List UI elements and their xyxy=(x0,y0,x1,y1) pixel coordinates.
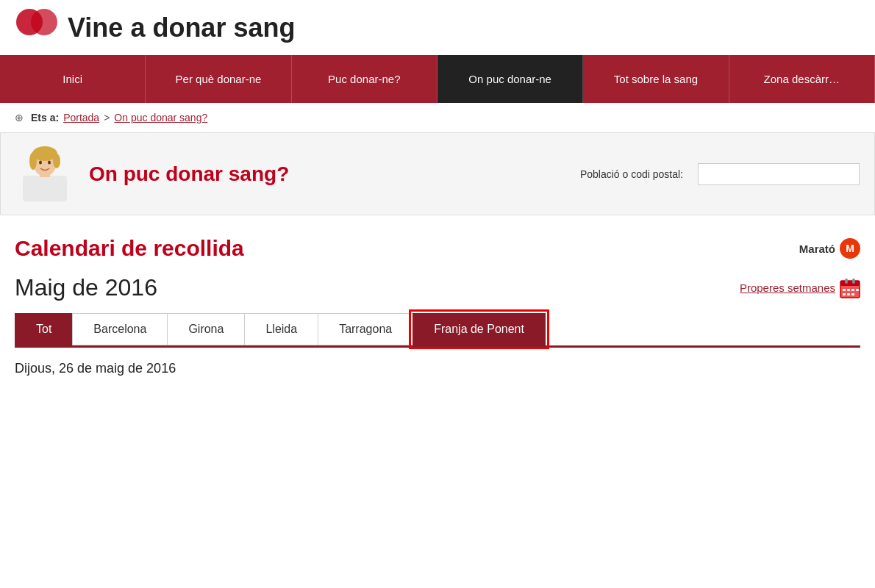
logo-circles xyxy=(15,7,59,48)
breadcrumb: ⊕ Ets a: Portada > On puc donar sang? xyxy=(0,103,875,132)
svg-rect-16 xyxy=(851,289,854,291)
nav-item-zona[interactable]: Zona descàrr… xyxy=(729,55,875,103)
filter-tab-lleida[interactable]: Lleida xyxy=(244,313,318,345)
svg-point-6 xyxy=(29,152,37,170)
nav-item-perque[interactable]: Per què donar-ne xyxy=(146,55,291,103)
nav-item-pucdonarne[interactable]: Puc donar-ne? xyxy=(292,55,438,103)
svg-rect-12 xyxy=(845,279,848,284)
site-title: Vine a donar sang xyxy=(68,12,295,43)
svg-point-9 xyxy=(48,161,51,165)
filter-tab-franja[interactable]: Franja de Ponent xyxy=(413,313,546,345)
marato-circle: M xyxy=(840,238,860,259)
month-header: Maig de 2016 Properes setmanes xyxy=(0,268,875,313)
svg-rect-13 xyxy=(852,279,855,284)
svg-rect-19 xyxy=(847,293,850,295)
breadcrumb-portada[interactable]: Portada xyxy=(63,112,99,123)
svg-rect-11 xyxy=(840,281,860,286)
search-banner: On puc donar sang? Població o codi posta… xyxy=(0,132,875,215)
svg-rect-20 xyxy=(851,293,854,295)
main-nav: Inici Per què donar-ne Puc donar-ne? On … xyxy=(0,55,875,103)
nav-item-totsobre[interactable]: Tot sobre la sang xyxy=(583,55,729,103)
banner-title: On puc donar sang? xyxy=(89,162,565,186)
location-search-input[interactable] xyxy=(698,163,860,185)
svg-rect-17 xyxy=(856,289,859,291)
svg-rect-2 xyxy=(23,176,67,201)
month-title: Maig de 2016 xyxy=(15,274,157,301)
marato-label: Marató xyxy=(799,243,835,255)
marato-badge: Marató M xyxy=(799,238,860,259)
nav-item-inici[interactable]: Inici xyxy=(0,55,146,103)
calendar-icon xyxy=(840,278,860,298)
filter-tabs: Tot Barcelona Girona Lleida Tarragona Fr… xyxy=(0,313,875,345)
date-result: Dijous, 26 de maig de 2016 xyxy=(0,348,875,384)
logo-area: Vine a donar sang xyxy=(15,7,295,48)
svg-point-1 xyxy=(31,9,57,35)
filter-tab-girona[interactable]: Girona xyxy=(167,313,244,345)
filter-tab-tarragona[interactable]: Tarragona xyxy=(318,313,413,345)
properes-setmanes-link[interactable]: Properes setmanes xyxy=(740,278,860,298)
filter-tab-tot[interactable]: Tot xyxy=(15,313,72,345)
svg-rect-15 xyxy=(847,289,850,291)
banner-person-image xyxy=(15,146,74,201)
calendari-title: Calendari de recollida xyxy=(15,236,244,261)
breadcrumb-sep1: > xyxy=(104,112,110,123)
site-header: Vine a donar sang xyxy=(0,0,875,55)
input-label: Població o codi postal: xyxy=(580,168,683,180)
filter-tab-barcelona[interactable]: Barcelona xyxy=(72,313,167,345)
svg-point-8 xyxy=(39,161,42,165)
svg-rect-14 xyxy=(843,289,846,291)
nav-item-onpuc[interactable]: On puc donar-ne xyxy=(438,55,583,103)
move-icon: ⊕ xyxy=(15,112,24,123)
svg-point-7 xyxy=(53,154,60,168)
svg-rect-18 xyxy=(843,293,846,295)
breadcrumb-current[interactable]: On puc donar sang? xyxy=(114,112,207,123)
section-title-area: Calendari de recollida Marató M xyxy=(0,229,875,268)
